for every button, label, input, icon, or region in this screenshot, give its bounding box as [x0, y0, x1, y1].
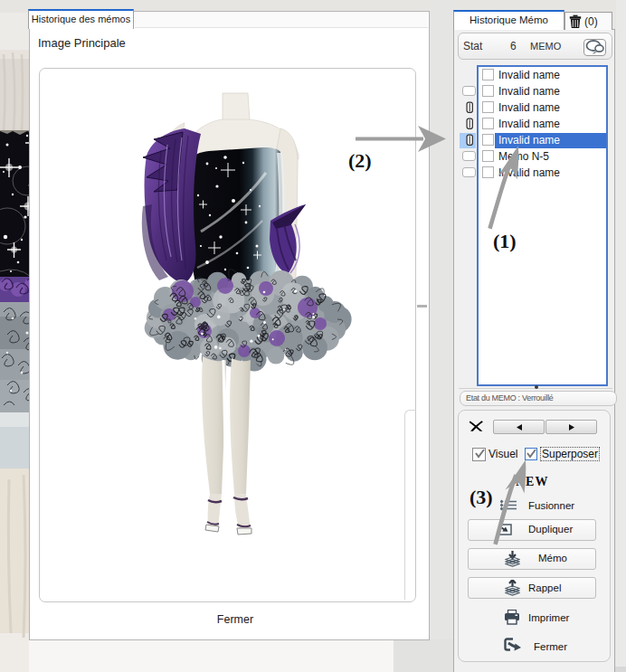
svg-text:(1): (1)	[493, 230, 517, 252]
svg-text:(2): (2)	[348, 149, 372, 172]
svg-text:(3): (3)	[470, 486, 493, 508]
